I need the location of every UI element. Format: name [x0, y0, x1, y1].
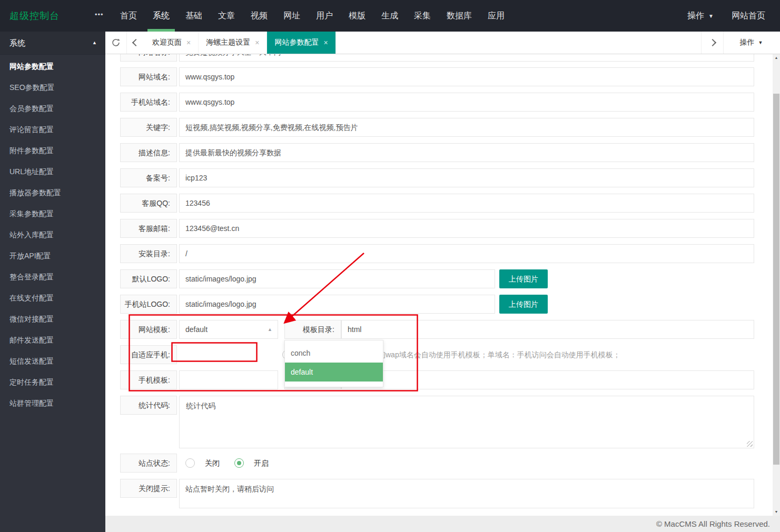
tabs-scroll-left-button[interactable] [127, 32, 145, 54]
top-nav-item-6[interactable]: 用户 [308, 0, 341, 32]
keywords-input[interactable]: 短视频,搞笑视频,视频分享,免费视频,在线视频,预告片 [179, 118, 754, 137]
top-nav-item-2[interactable]: 基础 [177, 0, 210, 32]
service-email-input[interactable]: 123456@test.cn [179, 219, 754, 238]
upload-image-button[interactable]: 上传图片 [499, 295, 548, 314]
sidebar-item-7[interactable]: 采集参数配置 [0, 203, 105, 224]
resize-grip[interactable] [747, 441, 753, 447]
form-row-default-logo: 默认LOGO: static/images/logo.jpg 上传图片 [105, 269, 773, 288]
field-label: 网站域名: [120, 67, 177, 86]
top-nav-item-11[interactable]: 应用 [480, 0, 512, 32]
refresh-button[interactable] [105, 32, 127, 54]
upload-image-button[interactable]: 上传图片 [499, 269, 548, 288]
top-nav-item-4[interactable]: 视频 [243, 0, 275, 32]
sidebar-item-13[interactable]: 邮件发送配置 [0, 329, 105, 350]
form-row-service-email: 客服邮箱: 123456@test.cn [105, 219, 773, 238]
sidebar-item-6[interactable]: 播放器参数配置 [0, 182, 105, 203]
site-template-select[interactable]: default ▲ [179, 320, 278, 339]
sidebar: 系统 ▲ 网站参数配置SEO参数配置会员参数配置评论留言配置附件参数配置URL地… [0, 32, 105, 532]
dropdown-option-0[interactable]: conch [285, 344, 383, 363]
close-icon[interactable]: × [186, 38, 191, 47]
sidebar-item-9[interactable]: 开放API配置 [0, 245, 105, 266]
site-domain-input[interactable]: www.qsgys.top [179, 67, 754, 86]
tab-label: 网站参数配置 [274, 38, 319, 47]
top-nav-item-3[interactable]: 文章 [210, 0, 243, 32]
description-input[interactable]: 提供最新最快的视频分享数据 [179, 143, 754, 162]
sidebar-item-0[interactable]: 网站参数配置 [0, 56, 105, 77]
field-label: 网站名称: [120, 54, 177, 62]
form-row-mobile-domain: 手机站域名: www.qsgys.top [105, 93, 773, 112]
sidebar-item-3[interactable]: 评论留言配置 [0, 119, 105, 140]
top-nav-item-7[interactable]: 模版 [341, 0, 373, 32]
service-qq-input[interactable]: 123456 [179, 194, 754, 213]
site-name-input[interactable]: 免费短视频分享大全－大不同 [179, 54, 754, 62]
sidebar-item-2[interactable]: 会员参数配置 [0, 98, 105, 119]
tabs-scroll-right-button[interactable] [701, 32, 724, 54]
footer: © MacCMS All Rights Reserved. [105, 516, 780, 532]
site-status-off-radio[interactable] [185, 458, 195, 468]
mobile-template-dir-input[interactable]: html [341, 370, 754, 389]
mobile-template-select[interactable] [179, 370, 278, 389]
chevron-right-icon [708, 39, 716, 46]
default-logo-input[interactable]: static/images/logo.jpg [179, 269, 495, 288]
dropdown-option-1[interactable]: default [285, 363, 383, 382]
top-nav-item-10[interactable]: 数据库 [439, 0, 480, 32]
sidebar-item-4[interactable]: 附件参数配置 [0, 140, 105, 161]
tab-1[interactable]: 海螺主题设置× [199, 32, 267, 54]
field-label: 模板目录: [284, 320, 341, 339]
field-label: 客服QQ: [120, 194, 177, 213]
radio-label[interactable]: 开启 [254, 454, 269, 473]
sidebar-item-1[interactable]: SEO参数配置 [0, 77, 105, 98]
sidebar-item-14[interactable]: 短信发送配置 [0, 350, 105, 372]
sidebar-item-15[interactable]: 定时任务配置 [0, 372, 105, 393]
tab-2[interactable]: 网站参数配置× [267, 32, 335, 54]
form-row-description: 描述信息: 提供最新最快的视频分享数据 [105, 143, 773, 162]
top-nav-item-8[interactable]: 生成 [373, 0, 406, 32]
sidebar-item-12[interactable]: 微信对接配置 [0, 308, 105, 329]
close-tip-input[interactable]: 站点暂时关闭，请稍后访问 [179, 479, 754, 508]
icp-input[interactable]: icp123 [179, 168, 754, 187]
sidebar-item-5[interactable]: URL地址配置 [0, 161, 105, 182]
top-nav-item-0[interactable]: 首页 [112, 0, 145, 32]
tab-actions-label: 操作 [740, 38, 755, 47]
sidebar-group-header[interactable]: 系统 ▲ [0, 32, 105, 55]
more-menu-icon[interactable]: ••• [95, 0, 104, 32]
form-row-stats-code: 统计代码: 统计代码 [105, 396, 773, 448]
mobile-logo-input[interactable]: static/images/logo.jpg [179, 295, 495, 314]
field-label: 默认LOGO: [120, 269, 177, 288]
navbar-action-dropdown[interactable]: 操作▼ [687, 11, 714, 22]
tab-label: 欢迎页面 [152, 38, 182, 47]
sidebar-item-11[interactable]: 在线支付配置 [0, 287, 105, 308]
site-status-on-radio[interactable] [234, 458, 244, 468]
form-row-service-qq: 客服QQ: 123456 [105, 194, 773, 213]
tab-0[interactable]: 欢迎页面× [145, 32, 199, 54]
install-dir-input[interactable]: / [179, 244, 754, 263]
scroll-down-arrow-icon[interactable]: ▼ [773, 508, 780, 516]
app-logo[interactable]: 超级控制台 [9, 0, 60, 32]
top-nav-menu: 首页系统基础文章视频网址用户模版生成采集数据库应用 [112, 0, 512, 32]
sidebar-menu: 网站参数配置SEO参数配置会员参数配置评论留言配置附件参数配置URL地址配置播放… [0, 55, 105, 414]
chevron-up-icon: ▲ [268, 320, 272, 338]
top-nav-item-1[interactable]: 系统 [145, 0, 177, 32]
close-icon[interactable]: × [323, 38, 328, 47]
sidebar-item-8[interactable]: 站外入库配置 [0, 224, 105, 245]
scroll-up-arrow-icon[interactable]: ▲ [773, 54, 780, 62]
scrollbar-thumb[interactable] [773, 94, 779, 465]
open-tabs: 欢迎页面×海螺主题设置×网站参数配置× [145, 32, 336, 54]
vertical-scrollbar[interactable]: ▲ ▼ [773, 54, 780, 516]
radio-label[interactable]: 关闭 [205, 454, 220, 473]
top-nav-item-9[interactable]: 采集 [406, 0, 439, 32]
template-dir-input[interactable]: html [341, 320, 754, 339]
mobile-domain-input[interactable]: www.qsgys.top [179, 93, 754, 112]
top-nav-item-5[interactable]: 网址 [275, 0, 308, 32]
sidebar-item-16[interactable]: 站群管理配置 [0, 393, 105, 414]
sidebar-item-10[interactable]: 整合登录配置 [0, 266, 105, 287]
tab-bar: 欢迎页面×海螺主题设置×网站参数配置× 操作▼ [105, 32, 780, 54]
close-icon[interactable]: × [255, 38, 259, 47]
field-label: 关键字: [120, 118, 177, 137]
stats-code-textarea[interactable]: 统计代码 [179, 396, 754, 448]
chevron-left-icon [132, 39, 140, 46]
navbar-site-home-link[interactable]: 网站首页 [732, 11, 765, 22]
tab-actions-dropdown[interactable]: 操作▼ [723, 32, 780, 54]
form-row-icp: 备案号: icp123 [105, 168, 773, 187]
navbar-right: 操作▼ 网站首页 [687, 0, 780, 32]
